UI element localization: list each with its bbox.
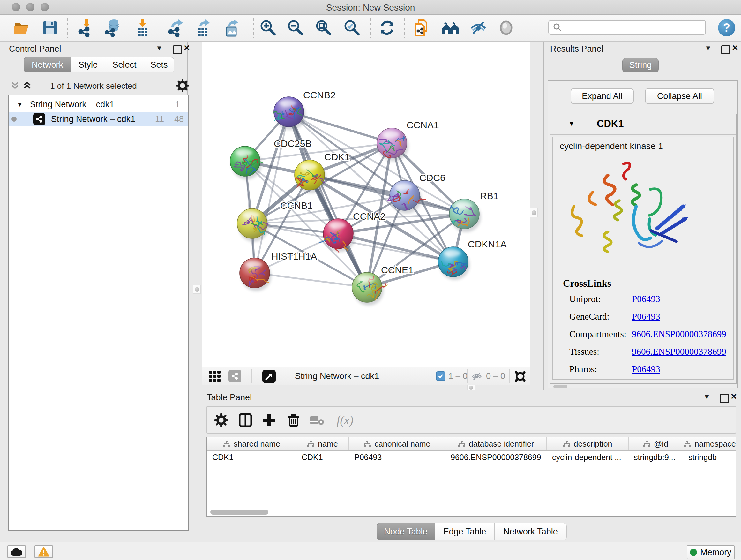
results-scrollbar[interactable] — [553, 385, 567, 388]
tab-string[interactable]: String — [622, 58, 659, 72]
zoom-in-button[interactable] — [259, 18, 277, 37]
panel-menu-icon[interactable]: ▼ — [703, 393, 711, 401]
window-title: Session: New Session — [0, 3, 741, 13]
hide-panels-button[interactable] — [469, 18, 488, 37]
collection-count: 1 — [175, 100, 180, 110]
export-table-button[interactable] — [194, 18, 212, 37]
eye-disabled-button[interactable] — [497, 18, 515, 37]
panel-close-icon[interactable]: × — [732, 44, 738, 51]
memory-button[interactable]: Memory — [687, 545, 735, 559]
network-collection-row[interactable]: ▼ String Network – cdk1 1 — [9, 97, 188, 112]
column-header[interactable]: description — [547, 437, 629, 450]
tissues-link[interactable]: 9606.ENSP00000378699 — [632, 347, 726, 357]
hidden-counts: 0 – 0 — [486, 371, 505, 381]
table-cell[interactable]: 9606.ENSP00000378699 — [446, 451, 547, 463]
clone-document-icon — [413, 19, 431, 37]
column-header[interactable]: namespace — [683, 437, 736, 450]
fit-selected-crosshair-icon[interactable] — [513, 369, 527, 383]
column-header[interactable]: name — [296, 437, 349, 450]
crosslink-row: Compartments: 9606.ENSP00000378699 — [553, 329, 733, 340]
table-cell[interactable]: CDK1 — [296, 451, 349, 463]
panel-close-icon[interactable]: × — [731, 393, 737, 400]
tab-network[interactable]: Network — [23, 57, 71, 72]
zoom-selected-button[interactable] — [343, 18, 361, 37]
genecard-link[interactable]: P06493 — [632, 311, 660, 322]
birds-eye-view-icon[interactable] — [262, 370, 276, 383]
table-cell[interactable]: CDK1 — [207, 451, 296, 463]
network-options-gear-icon[interactable] — [176, 79, 189, 92]
right-splitter-handle[interactable] — [530, 208, 538, 217]
column-header[interactable]: @id — [629, 437, 683, 450]
panel-float-icon[interactable] — [721, 45, 730, 56]
import-network-database-button[interactable] — [104, 18, 123, 37]
search-field[interactable] — [548, 20, 706, 35]
import-table-button[interactable] — [133, 18, 152, 37]
table-cell[interactable]: cyclin-dependent ... — [547, 451, 629, 463]
node-label: CCNB1 — [280, 200, 313, 211]
table-settings-gear-icon[interactable] — [212, 411, 230, 429]
search-input[interactable] — [562, 22, 697, 33]
table-cell[interactable]: stringdb:9... — [629, 451, 683, 463]
horizontal-splitter-handle[interactable] — [467, 385, 475, 390]
zoom-out-button[interactable] — [286, 18, 305, 37]
table-panel-title: Table Panel — [207, 393, 252, 402]
network-canvas[interactable]: CCNB2CCNA1CDC25BCDK1CDC6RB1CCNB1CCNA2CDK… — [202, 42, 530, 367]
tab-edge-table[interactable]: Edge Table — [435, 523, 494, 540]
create-column-plus-icon[interactable] — [260, 411, 278, 429]
network-row-selected[interactable]: String Network – cdk1 11 48 — [9, 112, 188, 126]
zoom-fit-button[interactable] — [314, 18, 333, 37]
panel-menu-icon[interactable]: ▼ — [156, 44, 163, 52]
panel-close-icon[interactable]: × — [184, 44, 190, 51]
table-horizontal-scrollbar[interactable] — [210, 509, 268, 515]
warning-icon — [38, 547, 50, 557]
import-network-file-button[interactable] — [77, 18, 96, 37]
save-session-button[interactable] — [41, 18, 59, 37]
selected-nodes-checkbox-icon[interactable] — [436, 371, 446, 381]
network-share-icon[interactable] — [228, 370, 241, 382]
tab-sets[interactable]: Sets — [144, 57, 174, 72]
uniprot-link[interactable]: P06493 — [632, 294, 660, 304]
refresh-view-button[interactable] — [378, 18, 396, 37]
delete-column-trash-icon[interactable] — [285, 411, 302, 429]
panel-float-icon[interactable] — [173, 45, 182, 56]
tab-network-table[interactable]: Network Table — [494, 523, 567, 540]
crosslink-row: Pharos: P06493 — [553, 364, 733, 375]
show-columns-icon[interactable] — [237, 411, 254, 429]
collapse-all-button[interactable]: Collapse All — [645, 88, 714, 104]
help-button[interactable]: ? — [718, 19, 735, 37]
function-builder-icon[interactable]: f(x) — [332, 411, 358, 429]
column-header[interactable]: database identifier — [446, 437, 547, 450]
tab-select[interactable]: Select — [105, 57, 144, 72]
warning-status-button[interactable] — [35, 545, 53, 558]
string-network-icon — [33, 113, 45, 125]
network-graph[interactable]: CCNB2CCNA1CDC25BCDK1CDC6RB1CCNB1CCNA2CDK… — [202, 42, 530, 367]
grid-view-icon[interactable] — [209, 370, 221, 382]
toolbar-separator — [370, 18, 371, 38]
table-cell[interactable]: P06493 — [349, 451, 446, 463]
open-session-button[interactable] — [12, 18, 31, 37]
clone-network-button[interactable] — [413, 18, 431, 37]
expand-all-button[interactable]: Expand All — [570, 88, 634, 104]
table-cell[interactable]: stringdb — [683, 451, 736, 463]
export-image-button[interactable] — [222, 18, 241, 37]
column-header[interactable]: canonical name — [349, 437, 446, 450]
collection-expand-icon[interactable]: ▼ — [17, 101, 23, 108]
left-splitter-handle[interactable] — [193, 285, 201, 294]
node-count: 11 — [155, 114, 164, 124]
network-selected-status: 1 of 1 Network selected — [0, 81, 187, 91]
tab-node-table[interactable]: Node Table — [377, 523, 435, 540]
export-network-button[interactable] — [166, 18, 185, 37]
pharos-link[interactable]: P06493 — [632, 364, 660, 374]
column-header[interactable]: shared name — [207, 437, 296, 450]
show-all-panels-button[interactable] — [441, 18, 460, 37]
panel-float-icon[interactable] — [720, 394, 729, 404]
tab-style[interactable]: Style — [71, 57, 105, 72]
gene-section-header[interactable]: ▼ CDK1 — [550, 114, 736, 135]
section-collapse-icon[interactable]: ▼ — [568, 119, 575, 128]
delete-table-icon[interactable] — [308, 411, 326, 429]
hidden-elements-eye-icon[interactable] — [471, 370, 482, 382]
panel-menu-icon[interactable]: ▼ — [704, 44, 712, 52]
import-table-icon — [134, 19, 151, 37]
cloud-status-button[interactable] — [7, 545, 26, 558]
compartments-link[interactable]: 9606.ENSP00000378699 — [632, 329, 726, 339]
